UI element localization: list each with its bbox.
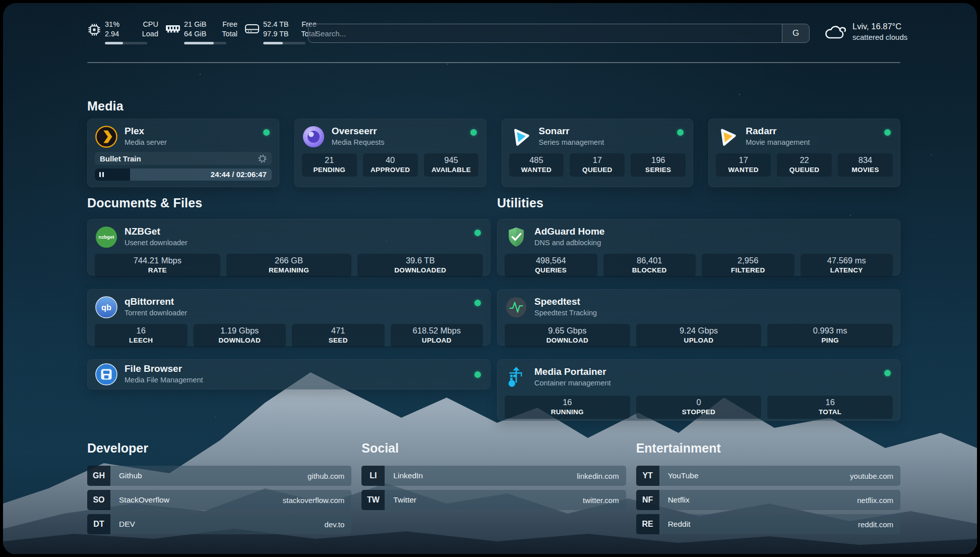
- cpu-icon: [87, 23, 101, 37]
- status-online-dot: [884, 370, 891, 376]
- documents-column: nzbget NZBGet Usenet downloader 744.21 M…: [87, 219, 491, 389]
- card-plex[interactable]: Plex Media server Bullet Train 24:44 / 0…: [87, 119, 279, 187]
- storage-total-value: 97.9 TB: [263, 29, 290, 39]
- stat-download: 9.65 Gbps DOWNLOAD: [505, 324, 630, 347]
- link-url: twitter.com: [583, 496, 626, 505]
- section-title-documents: Documents & Files: [87, 196, 202, 210]
- card-speedtest[interactable]: Speedtest Speedtest Tracking 9.65 Gbps D…: [497, 289, 900, 346]
- stat-downloaded: 39.6 TB DOWNLOADED: [357, 254, 483, 277]
- card-adguard[interactable]: AdGuard Home DNS and adblocking 498,564 …: [497, 219, 900, 275]
- social-section: Social LI LinkedIn linkedin.com TW Twitt…: [361, 441, 626, 538]
- stat-queued: 22 QUEUED: [777, 153, 832, 177]
- link-badge: NF: [636, 490, 659, 510]
- memory-free-value: 21 GiB: [184, 20, 211, 29]
- app-subtitle: Media File Management: [125, 374, 203, 385]
- bookmarks-area: Developer GH Github github.com SO StackO…: [87, 441, 900, 538]
- stat-rate: 744.21 Mbps RATE: [95, 254, 220, 277]
- link-github[interactable]: GH Github github.com: [87, 466, 351, 486]
- link-linkedin[interactable]: LI LinkedIn linkedin.com: [361, 466, 626, 486]
- card-filebrowser[interactable]: File Browser Media File Management: [87, 359, 491, 389]
- search-engine-button[interactable]: G: [782, 24, 809, 42]
- stat-latency: 47.569 ms LATENCY: [801, 254, 893, 277]
- cpu-load-value: 2.94: [105, 29, 132, 39]
- link-name: StackOverflow: [110, 495, 283, 505]
- filebrowser-icon: [95, 363, 118, 386]
- sonarr-icon: [509, 125, 532, 148]
- stat-upload: 9.24 Gbps UPLOAD: [636, 324, 762, 347]
- app-subtitle: Media Requests: [332, 137, 385, 148]
- entertainment-section: Entertainment YT YouTube youtube.com NF …: [636, 441, 900, 538]
- stat-approved: 40 APPROVED: [363, 153, 418, 177]
- card-overseerr[interactable]: Overseerr Media Requests 21 PENDING 40 A…: [294, 119, 486, 187]
- app-subtitle: Usenet downloader: [125, 237, 188, 248]
- app-subtitle: Container management: [534, 377, 611, 388]
- app-subtitle: Speedtest Tracking: [534, 307, 597, 318]
- memory-widget: 21 GiB 64 GiB Free Total: [165, 20, 237, 44]
- stat-filtered: 2,956 FILTERED: [702, 254, 794, 277]
- link-name: Twitter: [385, 495, 583, 505]
- link-name: Netflix: [659, 495, 858, 505]
- storage-icon: [244, 23, 260, 35]
- link-name: DEV: [110, 520, 325, 529]
- card-qbittorrent[interactable]: qb qBittorrent Torrent downloader 16 LEE…: [87, 289, 491, 346]
- card-radarr[interactable]: Radarr Movie management 17 WANTED 22 QUE…: [708, 119, 900, 187]
- stat-pending: 21 PENDING: [302, 153, 357, 177]
- pause-icon: [99, 172, 104, 177]
- adguard-icon: [505, 226, 528, 249]
- app-name: Media Portainer: [534, 366, 611, 377]
- now-playing-row: Bullet Train: [95, 152, 272, 165]
- status-online-dot: [474, 371, 481, 378]
- card-sonarr[interactable]: Sonarr Series management 485 WANTED 17 Q…: [502, 119, 694, 187]
- link-url: youtube.com: [850, 472, 900, 480]
- memory-total-value: 64 GiB: [184, 29, 211, 39]
- app-subtitle: Series management: [539, 137, 604, 148]
- storage-free-value: 52.4 TB: [263, 20, 290, 29]
- link-netflix[interactable]: NF Netflix netflix.com: [636, 490, 900, 510]
- playback-progress-bar: 24:44 / 02:06:47: [95, 169, 272, 181]
- settings-icon[interactable]: [258, 154, 267, 163]
- cpu-usage-value: 31%: [105, 20, 132, 29]
- app-name: NZBGet: [125, 226, 188, 237]
- media-cards-row: Plex Media server Bullet Train 24:44 / 0…: [87, 119, 900, 181]
- link-reddit[interactable]: RE Reddit reddit.com: [636, 514, 900, 534]
- stat-ping: 0.993 ms PING: [767, 324, 893, 347]
- status-online-dot: [884, 129, 891, 136]
- stat-series: 196 SERIES: [631, 153, 686, 177]
- cloud-icon: [823, 23, 846, 40]
- app-subtitle: DNS and adblocking: [534, 237, 604, 248]
- link-twitter[interactable]: TW Twitter twitter.com: [361, 490, 626, 510]
- link-stackoverflow[interactable]: SO StackOverflow stackoverflow.com: [87, 490, 351, 510]
- section-title-media: Media: [87, 99, 124, 114]
- stat-upload: 618.52 Mbps UPLOAD: [391, 324, 483, 347]
- link-name: Reddit: [659, 520, 858, 529]
- search-input[interactable]: [309, 24, 781, 42]
- card-portainer[interactable]: Media Portainer Container management 16 …: [497, 359, 900, 421]
- link-badge: LI: [361, 466, 385, 486]
- stat-leech: 16 LEECH: [95, 324, 188, 347]
- app-name: Plex: [125, 126, 167, 137]
- storage-progress-bar: [263, 42, 305, 44]
- status-online-dot: [263, 129, 270, 136]
- memory-icon: [165, 23, 180, 35]
- app-name: Overseerr: [332, 126, 385, 137]
- link-youtube[interactable]: YT YouTube youtube.com: [636, 466, 900, 486]
- stat-stopped: 0 STOPPED: [636, 396, 762, 419]
- cpu-progress-bar: [105, 42, 147, 44]
- memory-label-line1: Free: [222, 20, 237, 29]
- card-nzbget[interactable]: nzbget NZBGet Usenet downloader 744.21 M…: [87, 219, 491, 275]
- memory-progress-bar: [184, 42, 226, 44]
- link-dev[interactable]: DT DEV dev.to: [87, 514, 351, 534]
- weather-location-temp: Lviv, 16.87°C: [852, 21, 907, 32]
- app-name: qBittorrent: [125, 296, 187, 307]
- stat-blocked: 86,401 BLOCKED: [603, 254, 696, 277]
- section-title-entertainment: Entertainment: [636, 441, 900, 456]
- link-url: github.com: [308, 472, 351, 480]
- qbittorrent-icon: qb: [95, 296, 118, 319]
- section-title-utilities: Utilities: [497, 196, 543, 210]
- snow-specks: [3, 3, 4, 4]
- overseerr-icon: [302, 125, 325, 148]
- status-online-dot: [470, 129, 477, 136]
- link-badge: GH: [87, 466, 110, 486]
- stat-movies: 834 MOVIES: [838, 153, 893, 177]
- section-title-developer: Developer: [87, 441, 351, 456]
